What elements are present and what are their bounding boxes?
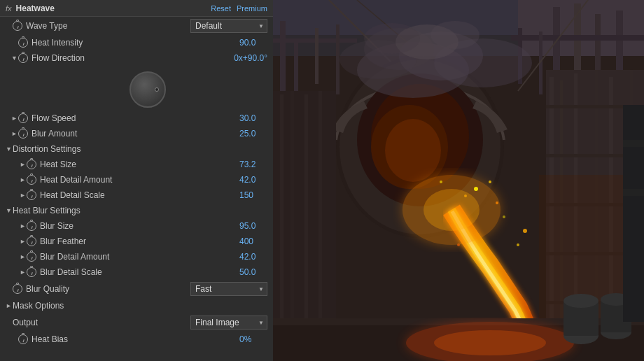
blur-feather-value[interactable]: 400 [239, 236, 267, 246]
blur-amount-label: Blur Amount [31, 129, 239, 139]
blur-detail-scale-arrow[interactable] [20, 269, 27, 276]
blur-detail-amount-label: Blur Detail Amount [40, 252, 239, 262]
heat-intensity-row: Heat Intensity 90.0 [0, 35, 273, 50]
scene-svg [273, 0, 644, 361]
blur-feather-arrow[interactable] [20, 238, 27, 245]
effects-panel: fx Heatwave Reset Premium Wave Type Defa… [0, 0, 273, 361]
flow-speed-value[interactable]: 30.0 [239, 113, 267, 123]
heat-detail-amount-label: Heat Detail Amount [40, 175, 239, 185]
blur-feather-label: Blur Feather [40, 236, 239, 246]
flow-speed-arrow[interactable] [11, 115, 18, 122]
heat-detail-amount-row: Heat Detail Amount 42.0 [0, 172, 273, 187]
wave-type-select[interactable]: Default Wave A Wave B [190, 19, 267, 33]
flow-speed-label: Flow Speed [31, 113, 239, 123]
heat-size-stopwatch[interactable] [27, 160, 36, 169]
blur-amount-value[interactable]: 25.0 [239, 129, 267, 139]
flow-speed-stopwatch[interactable] [18, 113, 28, 123]
blur-detail-scale-label: Blur Detail Scale [40, 267, 239, 277]
blur-amount-row: Blur Amount 25.0 [0, 126, 273, 141]
heat-bias-value[interactable]: 0% [239, 334, 267, 344]
heat-detail-scale-arrow[interactable] [20, 192, 27, 199]
flow-direction-arrow[interactable] [11, 55, 18, 62]
blur-quality-row: Blur Quality Fast Normal High [0, 280, 273, 298]
svg-point-74 [564, 294, 598, 308]
dial-indicator [155, 87, 159, 92]
heat-detail-scale-stopwatch[interactable] [27, 190, 36, 200]
svg-rect-79 [623, 140, 644, 147]
flow-direction-value[interactable]: 0x+90.0° [234, 53, 267, 63]
flow-direction-stopwatch[interactable] [18, 53, 28, 63]
svg-point-69 [468, 222, 470, 225]
heat-detail-amount-value[interactable]: 42.0 [239, 175, 267, 185]
blur-quality-select[interactable]: Fast Normal High [190, 282, 267, 296]
blur-detail-scale-value[interactable]: 50.0 [239, 267, 267, 277]
svg-point-65 [496, 201, 498, 204]
svg-point-68 [523, 229, 527, 233]
blur-quality-label: Blur Quality [26, 284, 190, 294]
blur-quality-dropdown-wrapper: Fast Normal High [190, 282, 267, 296]
blur-amount-stopwatch[interactable] [18, 129, 28, 139]
mask-options-arrow[interactable] [6, 302, 13, 309]
mask-options-row[interactable]: Mask Options [0, 298, 273, 313]
blur-detail-amount-stopwatch[interactable] [27, 252, 36, 262]
heat-detail-amount-arrow[interactable] [20, 176, 27, 183]
heat-detail-scale-value[interactable]: 150 [239, 190, 267, 200]
svg-point-71 [457, 243, 460, 246]
svg-rect-78 [623, 105, 644, 322]
svg-point-62 [474, 187, 478, 191]
blur-size-value[interactable]: 95.0 [239, 221, 267, 231]
svg-point-66 [440, 180, 442, 183]
svg-point-61 [424, 189, 479, 231]
distortion-settings-label: Distortion Settings [13, 144, 267, 154]
blur-detail-amount-value[interactable]: 42.0 [239, 252, 267, 262]
blur-size-stopwatch[interactable] [27, 221, 36, 231]
distortion-settings-row[interactable]: Distortion Settings [0, 141, 273, 157]
plugin-name: Heatwave [16, 3, 211, 13]
heat-blur-settings-label: Heat Blur Settings [13, 206, 267, 215]
blur-detail-amount-row: Blur Detail Amount 42.0 [0, 249, 273, 264]
blur-amount-arrow[interactable] [11, 130, 18, 137]
fx-label: fx [6, 4, 12, 13]
blur-feather-stopwatch[interactable] [27, 236, 36, 246]
premium-button[interactable]: Premium [237, 4, 267, 13]
heat-size-value[interactable]: 73.2 [239, 160, 267, 169]
svg-point-70 [503, 215, 505, 218]
distortion-settings-arrow[interactable] [6, 146, 13, 153]
wave-type-stopwatch[interactable] [13, 21, 22, 31]
heat-bias-row: Heat Bias 0% [0, 332, 273, 347]
mask-options-label: Mask Options [13, 301, 267, 311]
svg-point-63 [489, 180, 491, 183]
heat-intensity-value[interactable]: 90.0 [239, 38, 267, 48]
flow-direction-dial-container [0, 66, 273, 111]
heat-intensity-label: Heat Intensity [31, 38, 239, 48]
panel-header: fx Heatwave Reset Premium [0, 0, 273, 17]
blur-size-row: Blur Size 95.0 [0, 218, 273, 234]
preview-panel [273, 0, 644, 361]
heat-intensity-stopwatch[interactable] [18, 38, 28, 48]
flow-direction-label: Flow Direction [31, 53, 234, 63]
heat-bias-label: Heat Bias [31, 334, 239, 344]
blur-size-arrow[interactable] [20, 222, 27, 229]
blur-detail-amount-arrow[interactable] [20, 253, 27, 260]
output-select[interactable]: Final Image Heat Map Distortion [190, 316, 267, 330]
reset-button[interactable]: Reset [211, 4, 231, 13]
blur-quality-stopwatch[interactable] [13, 284, 22, 294]
heat-size-arrow[interactable] [20, 161, 27, 168]
flow-direction-dial[interactable] [130, 71, 166, 108]
heat-bias-stopwatch[interactable] [18, 334, 28, 344]
heat-detail-scale-label: Heat Detail Scale [40, 190, 239, 200]
output-dropdown-wrapper: Final Image Heat Map Distortion [190, 316, 267, 330]
blur-detail-scale-stopwatch[interactable] [27, 267, 36, 277]
heat-blur-settings-row[interactable]: Heat Blur Settings [0, 203, 273, 218]
heat-detail-scale-row: Heat Detail Scale 150 [0, 187, 273, 203]
heat-detail-amount-stopwatch[interactable] [27, 175, 36, 185]
blur-size-label: Blur Size [40, 221, 239, 231]
blur-detail-scale-row: Blur Detail Scale 50.0 [0, 264, 273, 280]
wave-type-dropdown-wrapper: Default Wave A Wave B [190, 19, 267, 33]
svg-rect-80 [623, 189, 644, 196]
wave-type-label: Wave Type [26, 21, 190, 31]
output-row: Output Final Image Heat Map Distortion [0, 313, 273, 332]
flow-speed-row: Flow Speed 30.0 [0, 111, 273, 126]
blur-feather-row: Blur Feather 400 [0, 234, 273, 249]
heat-blur-settings-arrow[interactable] [6, 207, 13, 214]
